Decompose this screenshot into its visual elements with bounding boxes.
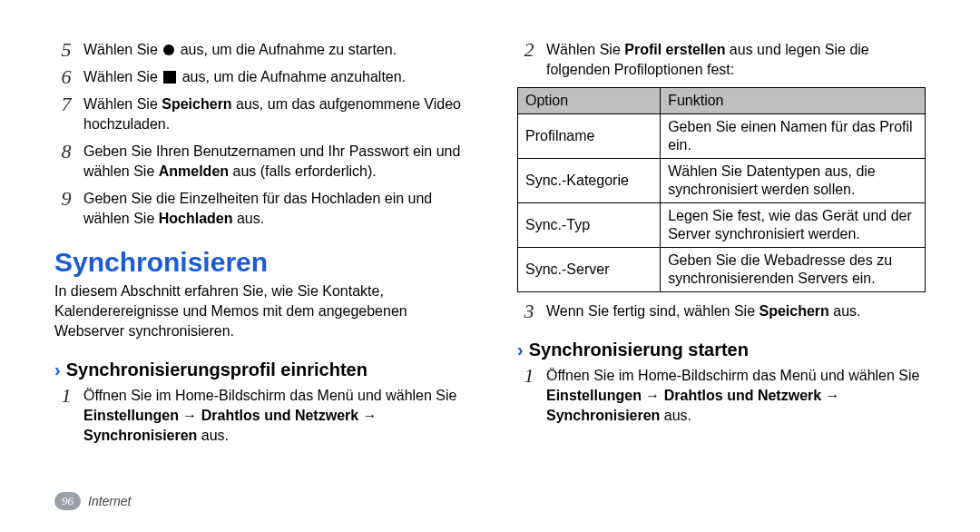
table-row: Sync.-TypLegen Sie fest, wie das Gerät u…	[518, 203, 926, 248]
options-table: Option Funktion ProfilnameGeben Sie eine…	[517, 87, 926, 292]
left-icon-steps: 5Wählen Sie aus, um die Aufnahme zu star…	[54, 40, 463, 87]
option-name-cell: Sync.-Typ	[518, 203, 661, 248]
options-table-body: ProfilnameGeben Sie einen Namen für das …	[518, 114, 926, 292]
columns: 5Wählen Sie aus, um die Aufnahme zu star…	[54, 36, 926, 453]
option-name-cell: Sync.-Kategorie	[518, 159, 661, 203]
numbered-step: 3Wenn Sie fertig sind, wählen Sie Speich…	[517, 301, 926, 321]
step-number: 1	[54, 386, 78, 406]
step-number: 5	[54, 40, 78, 60]
chevron-right-icon: ›	[54, 360, 61, 379]
bold-text: Synchronisieren	[546, 408, 660, 423]
table-header-option: Option	[518, 88, 661, 114]
option-function-cell: Wählen Sie Datentypen aus, die synchroni…	[661, 159, 926, 203]
text-run: aus.	[233, 211, 265, 226]
text-run: Wählen Sie	[83, 96, 162, 112]
step-text: Geben Sie Ihren Benutzernamen und Ihr Pa…	[83, 142, 463, 182]
numbered-step: 9Geben Sie die Einzelheiten für das Hoch…	[54, 189, 463, 229]
arrow-separator: →	[358, 408, 377, 423]
text-run: aus (falls erforderlich).	[229, 163, 377, 179]
bold-text: Anmelden	[159, 163, 229, 179]
bold-text: Einstellungen	[83, 408, 179, 423]
table-header-row: Option Funktion	[518, 88, 926, 114]
footer-section-name: Internet	[88, 494, 131, 508]
numbered-step: 7Wählen Sie Speichern aus, um das aufgen…	[54, 94, 463, 134]
text-run: Wenn Sie fertig sind, wählen Sie	[546, 303, 760, 319]
step-text: Wenn Sie fertig sind, wählen Sie Speiche…	[546, 301, 861, 321]
step-number: 9	[54, 189, 78, 209]
numbered-step: 6Wählen Sie aus, um die Aufnahme anzuhal…	[54, 67, 463, 87]
text-run: Wählen Sie	[83, 42, 162, 57]
table-header-function: Funktion	[661, 88, 926, 114]
arrow-separator: →	[642, 388, 664, 403]
step-text: Öffnen Sie im Home-Bildschirm das Menü u…	[83, 386, 463, 446]
step-number: 7	[54, 94, 78, 114]
text-run: aus.	[829, 303, 861, 319]
page-number-badge: 96	[54, 492, 81, 510]
text-run: aus, um die Aufnahme zu starten.	[176, 42, 397, 57]
bold-text: Einstellungen	[546, 388, 642, 403]
step-text: Wählen Sie aus, um die Aufnahme anzuhalt…	[83, 67, 406, 87]
subheading-label: Synchronisierung starten	[529, 340, 749, 360]
numbered-step: 2Wählen Sie Profil erstellen aus und leg…	[517, 40, 926, 80]
page-footer: 96 Internet	[54, 492, 131, 510]
bold-text: Synchronisieren	[83, 428, 197, 443]
table-row: ProfilnameGeben Sie einen Namen für das …	[518, 114, 926, 159]
step-text: Wählen Sie Profil erstellen aus und lege…	[546, 40, 926, 80]
bold-text: Speichern	[162, 96, 231, 112]
numbered-step: 1Öffnen Sie im Home-Bildschirm das Menü …	[517, 366, 926, 426]
arrow-separator: →	[179, 408, 201, 423]
text-run: Öffnen Sie im Home-Bildschirm das Menü u…	[546, 368, 919, 383]
table-row: Sync.-ServerGeben Sie die Webadresse des…	[518, 248, 926, 292]
step-number: 2	[517, 40, 541, 60]
option-name-cell: Sync.-Server	[518, 248, 661, 292]
bold-text: Drahtlos und Netzwerk	[201, 408, 358, 423]
left-column: 5Wählen Sie aus, um die Aufnahme zu star…	[54, 36, 463, 453]
bold-text: Drahtlos und Netzwerk	[664, 388, 821, 403]
step-text: Geben Sie die Einzelheiten für das Hochl…	[83, 189, 463, 229]
step-number: 6	[54, 67, 78, 87]
subheading-start-sync: ›Synchronisierung starten	[517, 340, 926, 360]
intro-paragraph: In diesem Abschnitt erfahren Sie, wie Si…	[54, 281, 463, 341]
record-circle-icon	[163, 44, 174, 55]
manual-page: 5Wählen Sie aus, um die Aufnahme zu star…	[0, 0, 980, 532]
table-row: Sync.-KategorieWählen Sie Datentypen aus…	[518, 159, 926, 203]
setup-profile-steps: 1Öffnen Sie im Home-Bildschirm das Menü …	[54, 386, 463, 446]
option-name-cell: Profilname	[518, 114, 661, 159]
option-function-cell: Geben Sie die Webadresse des zu synchron…	[661, 248, 926, 292]
stop-square-icon	[163, 71, 176, 84]
subheading-label: Synchronisierungsprofil einrichten	[66, 360, 368, 379]
left-text-steps: 7Wählen Sie Speichern aus, um das aufgen…	[54, 94, 463, 229]
step-number: 1	[517, 366, 541, 386]
chevron-right-icon: ›	[517, 340, 524, 360]
start-sync-steps: 1Öffnen Sie im Home-Bildschirm das Menü …	[517, 366, 926, 426]
subheading-setup-profile: ›Synchronisierungsprofil einrichten	[54, 360, 463, 380]
right-top-steps: 2Wählen Sie Profil erstellen aus und leg…	[517, 40, 926, 80]
bold-text: Profil erstellen	[624, 42, 725, 57]
step-number: 8	[54, 142, 78, 162]
option-function-cell: Legen Sie fest, wie das Gerät und der Se…	[661, 203, 926, 248]
step-text: Wählen Sie Speichern aus, um das aufgeno…	[83, 94, 463, 134]
right-after-steps: 3Wenn Sie fertig sind, wählen Sie Speich…	[517, 301, 926, 321]
step-text: Wählen Sie aus, um die Aufnahme zu start…	[83, 40, 397, 60]
bold-text: Hochladen	[159, 211, 233, 226]
numbered-step: 5Wählen Sie aus, um die Aufnahme zu star…	[54, 40, 463, 60]
text-run: Wählen Sie	[546, 42, 624, 57]
section-heading: Synchronisieren	[54, 247, 463, 278]
step-text: Öffnen Sie im Home-Bildschirm das Menü u…	[546, 366, 926, 426]
step-number: 3	[517, 301, 541, 321]
text-run: aus.	[197, 428, 229, 443]
arrow-separator: →	[821, 388, 839, 403]
bold-text: Speichern	[760, 303, 829, 319]
text-run: aus.	[660, 408, 691, 423]
numbered-step: 1Öffnen Sie im Home-Bildschirm das Menü …	[54, 386, 463, 446]
right-column: 2Wählen Sie Profil erstellen aus und leg…	[517, 36, 926, 453]
text-run: Wählen Sie	[83, 69, 162, 84]
numbered-step: 8Geben Sie Ihren Benutzernamen und Ihr P…	[54, 142, 463, 182]
text-run: Öffnen Sie im Home-Bildschirm das Menü u…	[83, 388, 456, 403]
text-run: aus, um die Aufnahme anzuhalten.	[178, 69, 406, 84]
option-function-cell: Geben Sie einen Namen für das Profil ein…	[661, 114, 926, 159]
